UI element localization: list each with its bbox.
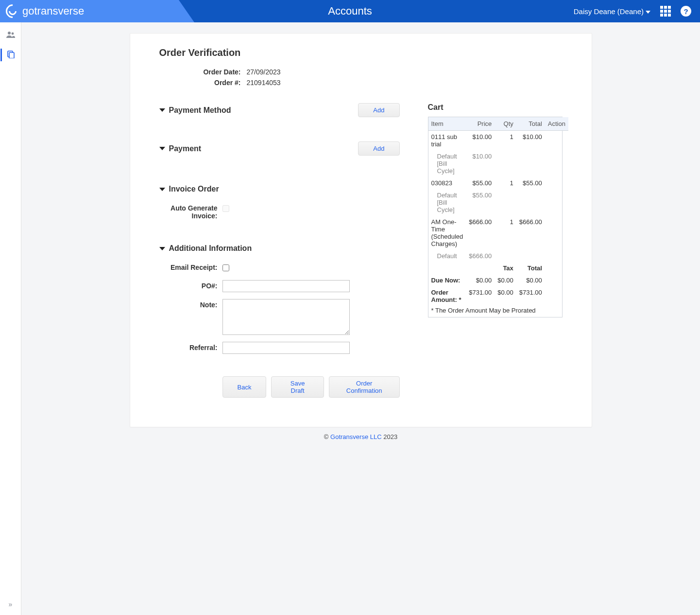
- apps-icon[interactable]: [660, 6, 671, 17]
- po-input[interactable]: [222, 280, 350, 292]
- logo-icon: [3, 1, 22, 21]
- cart-price: $10.00: [466, 131, 495, 151]
- cart-title: Cart: [428, 103, 563, 112]
- referral-input[interactable]: [222, 342, 350, 354]
- cart-sub-row: Default$666.00: [428, 250, 568, 262]
- payment-title: Payment: [169, 144, 202, 153]
- footer-year: 2023: [383, 433, 397, 440]
- add-payment-method-button[interactable]: Add: [358, 103, 399, 117]
- cart-col-action: Action: [545, 117, 568, 131]
- order-date-value: 27/09/2023: [247, 68, 281, 76]
- caret-down-icon: [646, 11, 650, 14]
- cart-qty: 1: [495, 131, 516, 151]
- order-panel: Order Verification Order Date: 27/09/202…: [130, 33, 592, 427]
- user-area: Daisy Deane (Deane) ?: [574, 6, 700, 17]
- order-amount-amount: $731.00: [466, 286, 495, 306]
- add-payment-button[interactable]: Add: [358, 141, 399, 156]
- back-button[interactable]: Back: [222, 376, 267, 398]
- action-bar: Back Save Draft Order Confirmation: [222, 376, 400, 398]
- section-payment: Payment Add: [159, 141, 400, 156]
- sidebar-item-users[interactable]: [6, 31, 15, 40]
- cart-price: $666.00: [466, 216, 495, 250]
- email-receipt-label: Email Receipt:: [159, 262, 222, 271]
- cart-item: AM One-Time (Scheduled Charges): [428, 216, 466, 250]
- cart-sub-row: Default [Bill Cycle]$10.00: [428, 150, 568, 177]
- cart-sub-item: Default [Bill Cycle]: [428, 189, 466, 216]
- collapse-icon[interactable]: [159, 147, 165, 150]
- additional-info-title: Additional Information: [169, 244, 252, 253]
- section-payment-method: Payment Method Add: [159, 103, 400, 117]
- copyright-symbol: ©: [324, 433, 329, 440]
- svg-point-1: [11, 33, 14, 35]
- sidebar-item-orders[interactable]: [6, 51, 15, 60]
- cart-price: $55.00: [466, 177, 495, 189]
- auto-generate-checkbox[interactable]: [222, 205, 229, 212]
- order-confirmation-button[interactable]: Order Confirmation: [329, 376, 400, 398]
- footer: © Gotransverse LLC 2023: [35, 431, 686, 450]
- user-name-text: Daisy Deane (Deane): [574, 7, 644, 16]
- cart-sub-item: Default: [428, 250, 466, 262]
- cart-table: Item Price Qty Total Action 0111 sub tri…: [428, 117, 568, 317]
- due-now-total: $0.00: [516, 274, 545, 286]
- note-textarea[interactable]: [222, 299, 350, 335]
- cart-col-qty: Qty: [495, 117, 516, 131]
- note-label: Note:: [159, 299, 222, 309]
- cart-sub-row: Default [Bill Cycle]$55.00: [428, 189, 568, 216]
- help-icon[interactable]: ?: [681, 6, 691, 17]
- order-num-value: 210914053: [247, 79, 281, 87]
- main-content: Order Verification Order Date: 27/09/202…: [21, 22, 700, 615]
- cart-row: AM One-Time (Scheduled Charges)$666.001$…: [428, 216, 568, 250]
- sidebar: »: [0, 22, 21, 615]
- cart-qty: 1: [495, 216, 516, 250]
- cart-col-item: Item: [428, 117, 466, 131]
- auto-generate-label: Auto Generate Invoice:: [159, 202, 222, 220]
- cart-row: 030823$55.001$55.00: [428, 177, 568, 189]
- cart-total: $55.00: [516, 177, 545, 189]
- due-now-tax: $0.00: [495, 274, 516, 286]
- payment-method-title: Payment Method: [169, 106, 231, 115]
- cart-summary-tax-label: Tax: [495, 262, 516, 274]
- order-num-label: Order #:: [159, 79, 247, 87]
- topbar: gotransverse Accounts Daisy Deane (Deane…: [0, 0, 700, 22]
- cart-item: 030823: [428, 177, 466, 189]
- referral-label: Referral:: [159, 342, 222, 351]
- collapse-icon[interactable]: [159, 108, 165, 112]
- page-header-title: Accounts: [328, 5, 372, 18]
- page-title: Order Verification: [159, 47, 563, 58]
- svg-point-0: [8, 32, 11, 35]
- cart-sub-item: Default [Bill Cycle]: [428, 150, 466, 177]
- brand-text: gotransverse: [22, 5, 84, 18]
- collapse-icon[interactable]: [159, 247, 165, 250]
- cart-item: 0111 sub trial: [428, 131, 466, 151]
- brand-logo[interactable]: gotransverse: [0, 0, 194, 22]
- po-label: PO#:: [159, 280, 222, 290]
- order-date-label: Order Date:: [159, 68, 247, 76]
- cart-sub-price: $55.00: [466, 189, 495, 216]
- order-amount-label: Order Amount: *: [428, 286, 466, 306]
- save-draft-button[interactable]: Save Draft: [271, 376, 324, 398]
- svg-rect-3: [9, 53, 14, 58]
- cart-row: 0111 sub trial$10.001$10.00: [428, 131, 568, 151]
- cart-col-price: Price: [466, 117, 495, 131]
- cart-sub-price: $10.00: [466, 150, 495, 177]
- collapse-icon[interactable]: [159, 188, 165, 191]
- due-now-label: Due Now:: [428, 274, 466, 286]
- email-receipt-checkbox[interactable]: [222, 264, 229, 271]
- user-menu[interactable]: Daisy Deane (Deane): [574, 7, 650, 16]
- order-amount-total: $731.00: [516, 286, 545, 306]
- due-now-amount: $0.00: [466, 274, 495, 286]
- invoice-order-title: Invoice Order: [169, 185, 219, 193]
- order-meta: Order Date: 27/09/2023 Order #: 21091405…: [159, 68, 563, 87]
- cart-total: $666.00: [516, 216, 545, 250]
- section-invoice-order: Invoice Order Auto Generate Invoice:: [159, 185, 400, 220]
- footer-link[interactable]: Gotransverse LLC: [330, 433, 382, 440]
- sidebar-expand-icon[interactable]: »: [9, 600, 13, 608]
- cart-total: $10.00: [516, 131, 545, 151]
- cart-sub-price: $666.00: [466, 250, 495, 262]
- cart-panel: Cart Item Price Qty Total Action: [428, 103, 563, 317]
- order-amount-tax: $0.00: [495, 286, 516, 306]
- cart-qty: 1: [495, 177, 516, 189]
- cart-summary-total-label: Total: [516, 262, 545, 274]
- cart-col-total: Total: [516, 117, 545, 131]
- cart-footnote: * The Order Amount May be Prorated: [428, 306, 568, 317]
